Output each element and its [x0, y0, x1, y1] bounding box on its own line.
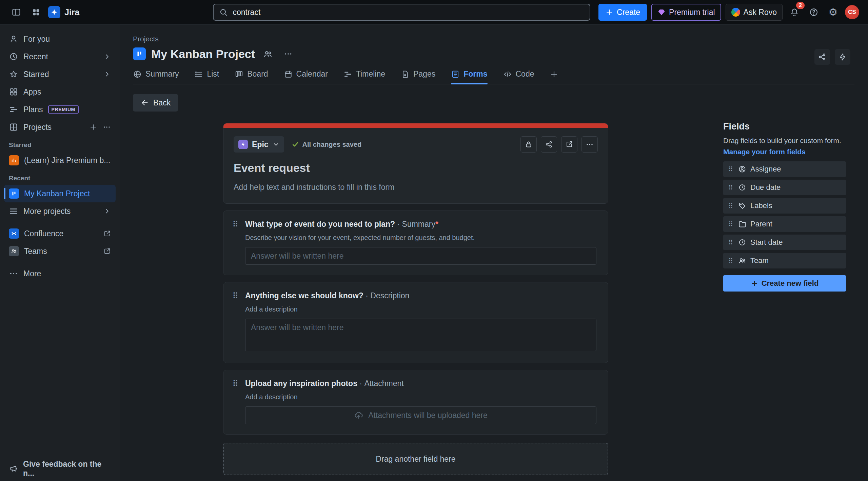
field-item-labels[interactable]: ⠿ Labels — [723, 198, 846, 214]
sidebar-item-label: More — [23, 269, 41, 278]
app-switcher-button[interactable] — [28, 5, 43, 20]
tab-list[interactable]: List — [194, 69, 219, 84]
field-type: Summary — [402, 220, 435, 228]
assignee-icon — [738, 165, 746, 173]
tab-pages[interactable]: Pages — [401, 69, 435, 84]
tab-timeline[interactable]: Timeline — [343, 69, 385, 84]
form-more-button[interactable] — [581, 136, 598, 153]
field-title[interactable]: Anything else we should know? · Descript… — [245, 291, 596, 300]
sidebar-item-apps[interactable]: Apps — [4, 83, 116, 101]
help-button[interactable] — [806, 5, 821, 20]
back-button[interactable]: Back — [133, 94, 178, 112]
tab-label: Code — [516, 69, 534, 79]
form-title[interactable]: Event request — [234, 161, 598, 175]
tab-label: Forms — [463, 69, 487, 79]
form-help-placeholder[interactable]: Add help text and instructions to fill i… — [234, 183, 598, 192]
field-description[interactable]: Add a description — [245, 393, 596, 401]
form-open-button[interactable] — [561, 136, 577, 153]
pages-icon — [401, 70, 410, 79]
sidebar-item-learn-project[interactable]: (Learn) Jira Premium b... — [4, 152, 116, 169]
summary-answer-input[interactable] — [245, 247, 596, 265]
description-answer-textarea[interactable] — [245, 319, 596, 351]
tab-label: Timeline — [356, 69, 385, 79]
project-members-button[interactable] — [260, 46, 275, 61]
plans-icon — [9, 105, 18, 114]
back-label: Back — [153, 98, 171, 107]
plus-icon — [751, 280, 758, 287]
clock-icon — [738, 238, 746, 246]
add-project-icon[interactable] — [89, 123, 97, 131]
form-access-button[interactable] — [520, 136, 537, 153]
gem-icon — [657, 8, 666, 16]
tab-board[interactable]: Board — [235, 69, 268, 84]
tab-summary[interactable]: Summary — [133, 69, 179, 84]
issue-type-dropdown[interactable]: Epic — [234, 136, 284, 153]
sidebar-item-for-you[interactable]: For you — [4, 30, 116, 48]
required-mark: * — [435, 220, 438, 228]
projects-more-icon[interactable] — [103, 123, 111, 131]
jira-logo-icon — [48, 6, 60, 18]
code-icon — [503, 70, 512, 79]
field-dropzone[interactable]: Drag another field here — [223, 443, 608, 475]
main-content: Projects My Kanban Project — [120, 25, 868, 481]
search-bar[interactable] — [213, 4, 590, 21]
share-button[interactable] — [814, 49, 830, 65]
form-share-button[interactable] — [541, 136, 557, 153]
automation-button[interactable] — [835, 49, 850, 65]
field-item-start-date[interactable]: ⠿ Start date — [723, 235, 846, 250]
attachment-upload-area[interactable]: Attachments will be uploaded here — [245, 406, 596, 424]
ask-rovo-button[interactable]: Ask Rovo — [726, 4, 783, 21]
sidebar-item-label: Starred — [23, 70, 49, 79]
field-description[interactable]: Describe your vision for your event, exp… — [245, 234, 596, 242]
form-builder: Epic All changes saved — [223, 123, 608, 475]
user-avatar[interactable]: CS — [845, 5, 859, 19]
create-button[interactable]: Create — [598, 4, 647, 21]
sidebar-item-my-kanban-project[interactable]: My Kanban Project — [4, 185, 116, 202]
tab-calendar[interactable]: Calendar — [284, 69, 328, 84]
form-accent-bar — [223, 123, 608, 128]
lock-icon — [525, 140, 533, 148]
search-input[interactable] — [233, 8, 584, 17]
project-avatar — [133, 47, 146, 60]
people-icon — [263, 49, 273, 59]
feedback-button[interactable]: Give feedback on the n... — [0, 456, 120, 481]
tab-forms[interactable]: Forms — [451, 69, 487, 84]
tag-icon — [738, 202, 746, 210]
sidebar-item-label: Teams — [24, 247, 47, 256]
drag-handle-icon[interactable]: ⠿ — [231, 220, 240, 265]
field-item-assignee[interactable]: ⠿ Assignee — [723, 161, 846, 177]
sidebar-item-projects[interactable]: Projects — [4, 118, 116, 136]
sidebar-item-confluence[interactable]: Confluence — [4, 225, 116, 242]
project-avatar — [9, 188, 19, 199]
external-link-icon — [103, 247, 111, 255]
sidebar-item-teams[interactable]: Teams — [4, 242, 116, 260]
arrow-left-icon — [140, 98, 149, 107]
sidebar-item-label: For you — [23, 35, 50, 44]
sidebar-item-more-projects[interactable]: More projects — [4, 202, 116, 220]
drag-handle-icon: ⠿ — [727, 258, 734, 264]
tab-code[interactable]: Code — [503, 69, 534, 84]
sidebar-item-recent[interactable]: Recent — [4, 48, 116, 65]
field-item-parent[interactable]: ⠿ Parent — [723, 216, 846, 232]
sidebar-item-starred[interactable]: Starred — [4, 65, 116, 83]
brand[interactable]: Jira — [48, 6, 79, 18]
sidebar-item-label: Confluence — [24, 229, 63, 238]
fields-list: ⠿ Assignee ⠿ Due date ⠿ Labels ⠿ — [723, 161, 846, 268]
project-more-button[interactable] — [281, 46, 296, 61]
create-new-field-button[interactable]: Create new field — [723, 275, 846, 292]
breadcrumb[interactable]: Projects — [133, 35, 159, 43]
premium-trial-button[interactable]: Premium trial — [651, 4, 721, 21]
sidebar-toggle-button[interactable] — [9, 5, 24, 20]
settings-button[interactable]: ⚙ — [826, 5, 841, 20]
field-description[interactable]: Add a description — [245, 305, 596, 313]
field-item-due-date[interactable]: ⠿ Due date — [723, 180, 846, 195]
manage-form-fields-link[interactable]: Manage your form fields — [723, 148, 806, 156]
field-item-team[interactable]: ⠿ Team — [723, 253, 846, 268]
field-title[interactable]: What type of event do you need to plan? … — [245, 220, 596, 229]
drag-handle-icon[interactable]: ⠿ — [231, 379, 240, 424]
add-tab-button[interactable] — [550, 70, 558, 84]
sidebar-item-plans[interactable]: Plans PREMIUM — [4, 101, 116, 118]
sidebar-item-more[interactable]: More — [4, 265, 116, 282]
field-title[interactable]: Upload any inspiration photos · Attachme… — [245, 379, 596, 388]
drag-handle-icon[interactable]: ⠿ — [231, 291, 240, 353]
